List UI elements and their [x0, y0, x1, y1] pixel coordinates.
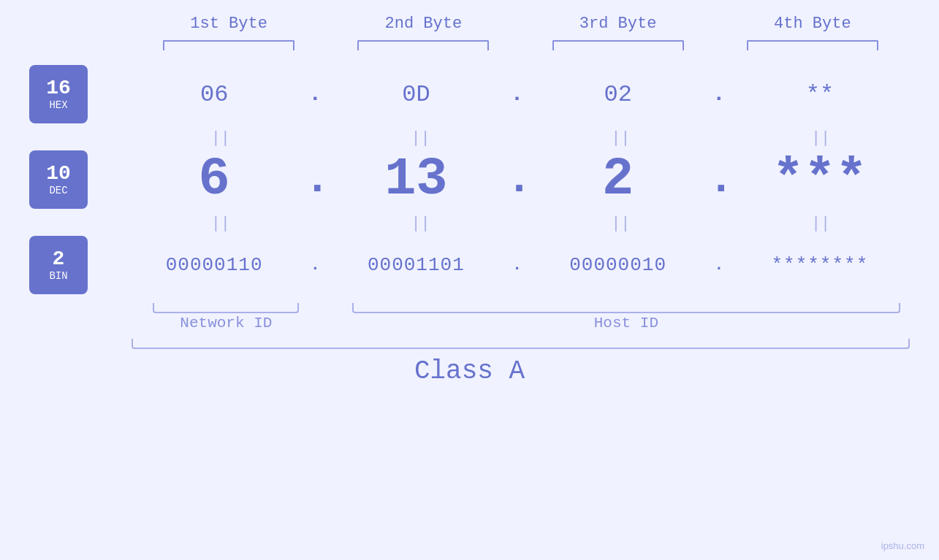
eq1-b3: || [532, 129, 710, 147]
hex-byte1: 06 [124, 81, 304, 108]
dec-byte3: 2 [528, 153, 708, 206]
hex-dot2: . [506, 82, 528, 107]
byte4-top-bracket [747, 40, 878, 50]
eq1-b1: || [132, 129, 310, 147]
bin-dot1: . [304, 256, 326, 275]
dec-label-box: 10 DEC [29, 150, 88, 209]
host-id-label: Host ID [343, 315, 910, 331]
hex-byte2: 0D [326, 81, 506, 108]
hex-byte4: ** [730, 81, 910, 108]
dec-base-name: DEC [49, 185, 67, 196]
byte3-header: 3rd Byte [521, 15, 715, 33]
byte3-top-bracket [552, 40, 684, 50]
hex-dot1: . [304, 82, 326, 107]
eq2-b2: || [332, 215, 510, 233]
byte-headers: 1st Byte 2nd Byte 3rd Byte 4th Byte [29, 15, 910, 33]
hex-dot3: . [708, 82, 730, 107]
eq2-b3: || [532, 215, 710, 233]
host-bracket-container [343, 303, 910, 313]
dec-row: 10 DEC 6 . 13 . 2 . *** [29, 150, 910, 209]
bin-row: 2 BIN 00000110 . 00001101 . 00000010 . *… [29, 236, 910, 294]
split-bracket-row [29, 303, 910, 313]
network-id-label: Network ID [132, 315, 321, 331]
bin-byte1: 00000110 [124, 254, 304, 276]
hex-byte3: 02 [528, 81, 708, 108]
byte1-header: 1st Byte [132, 15, 326, 33]
eq2-b4: || [731, 215, 910, 233]
network-bottom-bracket [153, 303, 299, 313]
full-bottom-bracket-row [29, 339, 910, 349]
id-labels-row: Network ID Host ID [29, 315, 910, 331]
dec-byte2: 13 [326, 153, 506, 206]
hex-row: 16 HEX 06 . 0D . 02 . ** [29, 65, 910, 123]
bin-byte3: 00000010 [528, 254, 708, 276]
bin-base-num: 2 [53, 248, 65, 271]
dec-dot3: . [708, 155, 730, 204]
bin-byte4: ******** [730, 254, 910, 276]
hex-base-num: 16 [46, 77, 71, 100]
eq1-b4: || [731, 129, 910, 147]
class-label: Class A [414, 356, 525, 386]
byte2-top-bracket [357, 40, 489, 50]
hex-label-box: 16 HEX [29, 65, 88, 123]
dec-dot2: . [506, 155, 528, 204]
byte4-header: 4th Byte [715, 15, 910, 33]
equals-row-2: || || || || [29, 215, 910, 233]
bin-dot3: . [708, 256, 730, 275]
eq1-b2: || [332, 129, 510, 147]
bin-base-name: BIN [49, 270, 67, 282]
network-bracket-container [132, 303, 321, 313]
eq2-b1: || [132, 215, 310, 233]
hex-base-name: HEX [49, 99, 67, 111]
dec-base-num: 10 [46, 163, 71, 185]
byte2-header: 2nd Byte [326, 15, 520, 33]
equals-row-1: || || || || [29, 129, 910, 147]
full-bottom-bracket [132, 339, 910, 349]
bin-label-box: 2 BIN [29, 236, 88, 294]
bin-dot2: . [506, 256, 528, 275]
watermark: ipshu.com [881, 540, 924, 551]
byte1-top-bracket [163, 40, 294, 50]
dec-byte4: *** [730, 153, 910, 206]
top-bracket-row [29, 40, 910, 50]
dec-dot1: . [304, 155, 326, 204]
host-bottom-bracket [352, 303, 900, 313]
dec-byte1: 6 [124, 153, 304, 206]
class-label-row: Class A [29, 356, 910, 386]
bin-byte2: 00001101 [326, 254, 506, 276]
